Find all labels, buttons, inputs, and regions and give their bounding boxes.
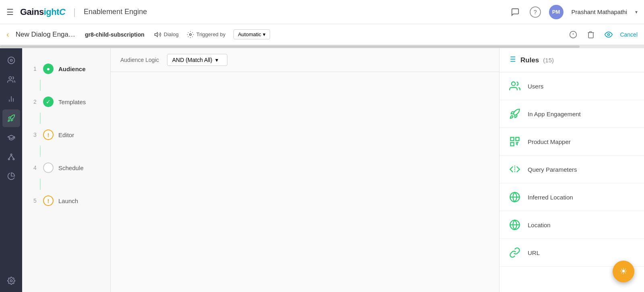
in-app-engagement-icon [508, 107, 522, 121]
scroll-bar [0, 45, 644, 48]
svg-line-5 [192, 36, 192, 37]
logo-divider: | [73, 7, 76, 17]
step-connector-4 [40, 179, 41, 190]
info-icon[interactable] [567, 28, 580, 41]
step-connector-1 [40, 80, 41, 91]
fab-button[interactable]: ☀ [613, 261, 634, 282]
svg-point-1 [189, 33, 191, 35]
rule-product-mapper-label: Product Mapper [528, 138, 571, 145]
inferred-location-icon [508, 190, 522, 204]
content-area [111, 72, 499, 292]
sidebar-pie-icon[interactable] [2, 167, 20, 185]
subscription-badge: gr8-child-subscription [85, 31, 144, 38]
step4-label: Schedule [58, 165, 84, 171]
svg-point-25 [10, 280, 12, 282]
triggered-by-label: Triggered by [196, 31, 226, 37]
step3-label: Editor [58, 132, 74, 138]
rule-users-label: Users [528, 83, 543, 90]
svg-point-32 [512, 82, 515, 86]
logo-text: GainsightC [20, 7, 65, 17]
rule-query-parameters-label: Query Parameters [528, 166, 577, 173]
delete-icon[interactable] [584, 28, 597, 41]
sidebar-people-icon[interactable] [2, 71, 20, 88]
trigger-icon [187, 31, 194, 38]
cancel-button[interactable]: Cancel [620, 31, 638, 38]
dropdown-chevron-icon: ▾ [215, 57, 218, 63]
audience-logic-label: Audience Logic [120, 57, 159, 63]
sub-header: ‹ New Dialog Enga… gr8-child-subscriptio… [0, 24, 644, 45]
logo: GainsightC | Enablement Engine [20, 7, 147, 17]
user-chevron-icon[interactable]: ▾ [635, 9, 638, 15]
sidebar-graduation-icon[interactable] [2, 129, 20, 146]
dropdown-value: AND (Match All) [172, 57, 213, 63]
main-layout: 1 ● Audience 2 ✓ Templates 3 ! Editor [0, 48, 644, 292]
step-audience[interactable]: 1 ● Audience [22, 58, 110, 80]
rules-list-icon [508, 55, 516, 66]
scroll-thumb [0, 45, 580, 48]
step-editor[interactable]: 3 ! Editor [22, 124, 110, 146]
svg-line-8 [188, 36, 188, 37]
user-name: Prashant Mathapathi [572, 8, 627, 15]
left-sidebar [0, 48, 22, 292]
step-launch[interactable]: 5 ! Launch [22, 190, 110, 212]
location-icon [508, 218, 522, 232]
sidebar-home-icon[interactable] [2, 51, 20, 69]
preview-icon[interactable] [602, 28, 615, 41]
svg-point-15 [10, 60, 12, 62]
svg-point-16 [9, 77, 12, 80]
step-schedule[interactable]: 4 Schedule [22, 157, 110, 179]
svg-marker-0 [155, 32, 157, 37]
svg-point-21 [8, 158, 9, 160]
sidebar-rocket-icon[interactable] [2, 109, 20, 127]
rule-query-parameters[interactable]: Query Parameters [500, 156, 644, 183]
page-title: New Dialog Enga… [16, 31, 75, 39]
product-mapper-icon [508, 134, 522, 149]
sub-header-actions: Cancel [567, 28, 638, 41]
svg-point-14 [8, 57, 14, 64]
svg-line-4 [188, 32, 188, 33]
svg-rect-35 [511, 142, 514, 146]
step4-circle [43, 162, 54, 173]
help-icon[interactable]: ? [530, 6, 541, 18]
rule-in-app-engagement[interactable]: In App Engagement [500, 100, 644, 128]
top-nav: ☰ GainsightC | Enablement Engine ? PM Pr… [0, 0, 644, 24]
fab-icon: ☀ [619, 266, 627, 277]
content-toolbar: Audience Logic AND (Match All) ▾ [111, 48, 499, 72]
step5-label: Launch [58, 197, 78, 204]
dialog-type: Dialog [154, 31, 179, 38]
rule-location[interactable]: Location [500, 211, 644, 239]
step1-circle: ● [43, 64, 54, 74]
sidebar-network-icon[interactable] [2, 148, 20, 166]
hamburger-icon[interactable]: ☰ [6, 7, 14, 17]
rule-location-label: Location [528, 222, 551, 228]
rules-count: (15) [543, 57, 554, 64]
step1-label: Audience [58, 66, 86, 72]
svg-point-20 [10, 154, 12, 155]
step3-circle: ! [43, 130, 54, 140]
svg-line-23 [9, 155, 11, 158]
chat-icon[interactable] [509, 6, 522, 19]
rule-in-app-label: In App Engagement [528, 111, 581, 117]
svg-point-13 [608, 33, 610, 35]
rule-users[interactable]: Users [500, 72, 644, 100]
rule-url-label: URL [528, 249, 540, 256]
automatic-select[interactable]: Automatic ▾ [233, 29, 270, 39]
rule-inferred-location-label: Inferred Location [528, 194, 573, 201]
rules-panel: Rules (15) Users In [499, 48, 644, 292]
back-button[interactable]: ‹ [6, 30, 9, 39]
avatar: PM [549, 5, 564, 19]
rule-inferred-location[interactable]: Inferred Location [500, 183, 644, 211]
main-content: Audience Logic AND (Match All) ▾ [111, 48, 499, 292]
step-connector-3 [40, 146, 41, 157]
rule-product-mapper[interactable]: Product Mapper [500, 128, 644, 156]
step-templates[interactable]: 2 ✓ Templates [22, 91, 110, 113]
audience-logic-dropdown[interactable]: AND (Match All) ▾ [167, 54, 227, 66]
sidebar-settings-icon[interactable] [2, 274, 20, 292]
svg-point-22 [13, 158, 14, 160]
step2-circle: ✓ [43, 97, 54, 107]
logo-subtitle: Enablement Engine [84, 8, 147, 16]
sidebar-chart-icon[interactable] [2, 90, 20, 108]
query-parameters-icon [508, 162, 522, 177]
steps-panel: 1 ● Audience 2 ✓ Templates 3 ! Editor [22, 48, 111, 292]
step5-circle: ! [43, 195, 54, 206]
